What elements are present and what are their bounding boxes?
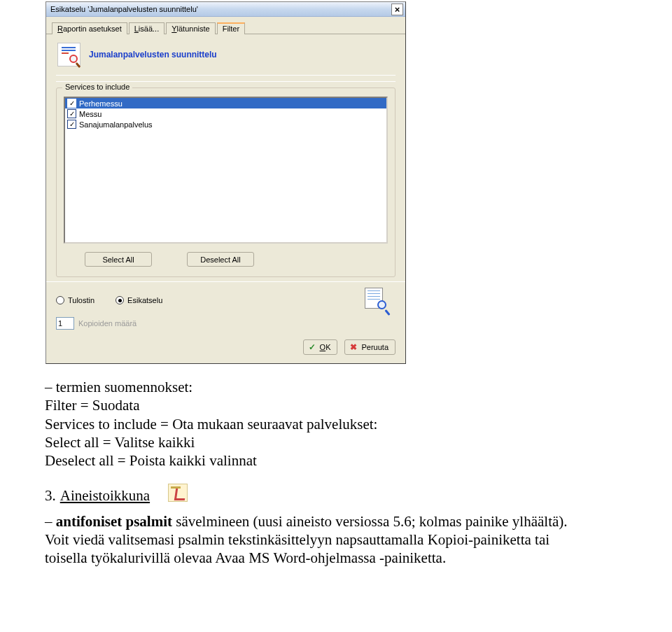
output-row: Tulostin Esikatselu — [56, 288, 396, 313]
preview-dialog: Esikatselu 'Jumalanpalvelusten suunnitte… — [46, 1, 406, 364]
ok-button[interactable]: ✓ OK — [303, 339, 338, 355]
select-buttons-row: Select All Deselect All — [64, 244, 388, 267]
radio-printer-label: Tulostin — [68, 296, 94, 304]
list-item[interactable]: ✓ Perhemessu — [65, 98, 386, 108]
body-line: Services to include = Ota mukaan seuraav… — [45, 415, 595, 433]
list-item-label: Sanajumalanpalvelus — [79, 120, 153, 129]
output-area: Tulostin Esikatselu Kopioiden määrä ✓ — [46, 281, 405, 363]
tab-header-label: lätunniste — [177, 24, 210, 33]
body-line: Select all = Valitse kaikki — [45, 433, 595, 451]
body-paragraph: – antifoniset psalmit sävelmineen (uusi … — [45, 512, 595, 568]
heading-number: 3. — [45, 486, 56, 505]
magnifier-icon — [377, 300, 391, 314]
document-preview-icon — [57, 43, 80, 66]
section-heading: 3. Aineistoikkuna — [45, 486, 595, 505]
close-icon[interactable]: × — [391, 3, 403, 15]
titlebar[interactable]: Esikatselu 'Jumalanpalvelusten suunnitte… — [46, 2, 405, 17]
copies-row: Kopioiden määrä — [56, 317, 396, 330]
cancel-button[interactable]: ✖ Peruuta — [344, 339, 396, 355]
body-line: Filter = Suodata — [45, 396, 595, 414]
list-item-label: Messu — [79, 110, 102, 118]
cancel-icon: ✖ — [349, 343, 358, 351]
tab-report-settings-label: aportin asetukset — [63, 24, 122, 33]
copies-input[interactable] — [56, 317, 74, 330]
tab-add[interactable]: Lisää... — [129, 22, 164, 34]
select-all-button[interactable]: Select All — [85, 252, 152, 267]
radio-icon — [56, 296, 64, 304]
checkbox-icon[interactable]: ✓ — [67, 120, 76, 129]
body-line: Deselect all = Poista kaikki valinnat — [45, 451, 595, 470]
groupbox-legend: Services to include — [62, 83, 132, 91]
content-title: Jumalanpalvelusten suunnittelu — [89, 50, 217, 59]
checkbox-icon[interactable]: ✓ — [67, 109, 76, 118]
radio-printer[interactable]: Tulostin — [56, 296, 94, 304]
paint-icon — [168, 484, 188, 502]
page-preview-icon — [365, 288, 390, 313]
list-item[interactable]: ✓ Sanajumalanpalvelus — [65, 119, 386, 129]
content-header-row: Jumalanpalvelusten suunnittelu — [56, 41, 396, 73]
tab-filter[interactable]: Filter — [217, 22, 245, 34]
body-line: – termien suomennokset: — [45, 378, 595, 396]
deselect-all-button[interactable]: Deselect All — [187, 252, 254, 267]
divider — [56, 81, 396, 82]
radio-preview[interactable]: Esikatselu — [115, 296, 162, 304]
services-groupbox: Services to include ✓ Perhemessu ✓ Messu… — [56, 87, 396, 277]
tab-strip: Raportin asetukset Lisää... Ylätunniste … — [46, 17, 405, 34]
radio-preview-label: Esikatselu — [127, 296, 162, 304]
cancel-button-label: Peruuta — [361, 343, 388, 351]
tab-body: Jumalanpalvelusten suunnittelu Services … — [46, 34, 405, 281]
action-row: ✓ OK ✖ Peruuta — [56, 330, 396, 355]
bold-term: antifoniset psalmit — [56, 513, 172, 530]
tab-header[interactable]: Ylätunniste — [166, 22, 215, 34]
heading-title: Aineistoikkuna — [60, 486, 150, 505]
radio-icon — [115, 296, 124, 304]
document-body: – termien suomennokset: Filter = Suodata… — [0, 364, 616, 567]
divider — [56, 75, 396, 76]
check-icon: ✓ — [308, 343, 316, 351]
tab-filter-label: Filter — [223, 24, 239, 33]
list-item[interactable]: ✓ Messu — [65, 108, 386, 119]
services-listbox[interactable]: ✓ Perhemessu ✓ Messu ✓ Sanajumalanpalvel… — [64, 97, 388, 244]
list-item-label: Perhemessu — [79, 99, 122, 108]
copies-label: Kopioiden määrä — [78, 319, 136, 328]
tab-add-label: isää... — [139, 24, 159, 33]
checkbox-icon[interactable]: ✓ — [67, 99, 76, 108]
window-title: Esikatselu 'Jumalanpalvelusten suunnitte… — [50, 5, 198, 13]
magnifier-icon — [69, 55, 82, 68]
tab-report-settings[interactable]: Raportin asetukset — [52, 22, 127, 34]
